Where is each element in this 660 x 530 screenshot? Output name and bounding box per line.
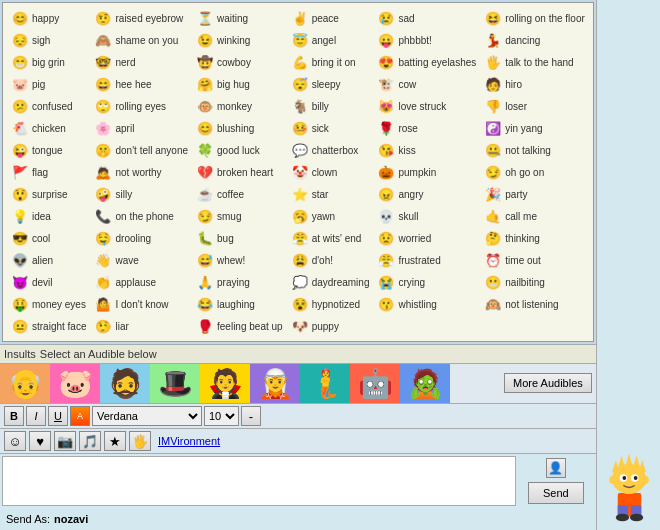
emoji-item[interactable]: 😢 sad [373,7,480,29]
emoji-item[interactable]: 🐐 billy [287,95,374,117]
emoji-item[interactable]: 🤡 clown [287,161,374,183]
message-input[interactable] [3,457,515,505]
emoji-item[interactable]: 😊 happy [7,7,90,29]
emoji-item[interactable]: 🙉 not listening [480,293,589,315]
emoji-item[interactable]: 😄 hee hee [90,73,192,95]
emoji-item[interactable]: 😐 straight face [7,315,90,337]
star-button[interactable]: ★ [104,431,126,451]
emoji-item[interactable]: 😁 big grin [7,51,90,73]
audible-item[interactable]: 🎩 [150,364,200,403]
emoji-item[interactable]: 😏 oh go on [480,161,589,183]
emoji-item[interactable]: 🐮 cow [373,73,480,95]
italic-button[interactable]: I [26,406,46,426]
audible-item[interactable]: 👴 [0,364,50,403]
emoji-item[interactable]: 🤐 not talking [480,139,589,161]
emoji-item[interactable]: 😤 at wits' end [287,227,374,249]
emoji-item[interactable]: 💡 idea [7,205,90,227]
emoji-item[interactable]: 😛 phbbbt! [373,29,480,51]
emoji-item[interactable]: 🤒 sick [287,117,374,139]
emoji-item[interactable]: 😂 laughing [192,293,287,315]
emoji-item[interactable]: 🤓 nerd [90,51,192,73]
emoji-item[interactable]: 🤠 cowboy [192,51,287,73]
emoji-item[interactable]: 🙄 rolling eyes [90,95,192,117]
emoji-item[interactable]: 🤪 silly [90,183,192,205]
bold-button[interactable]: B [4,406,24,426]
audible-item[interactable]: 🤖 [350,364,400,403]
emoji-item[interactable]: 🥊 feeling beat up [192,315,287,337]
heart-button[interactable]: ♥ [29,431,51,451]
emoji-item[interactable]: 🐛 bug [192,227,287,249]
emoji-item[interactable]: 🤫 don't tell anyone [90,139,192,161]
audible-item[interactable]: 🧔 [100,364,150,403]
hand-button[interactable]: 🖐 [129,431,151,451]
emoji-item[interactable]: 🌸 april [90,117,192,139]
emoji-item[interactable]: 💀 skull [373,205,480,227]
emoji-item[interactable]: 💔 broken heart [192,161,287,183]
emoji-item[interactable]: 🎉 party [480,183,589,205]
emoji-item[interactable]: 😏 smug [192,205,287,227]
emoji-item[interactable]: 👽 alien [7,249,90,271]
emoji-item[interactable]: 😈 devil [7,271,90,293]
emoji-item[interactable]: 🤙 call me [480,205,589,227]
emoji-item[interactable]: 💬 chatterbox [287,139,374,161]
emoji-item[interactable]: 🤨 raised eyebrow [90,7,192,29]
smiley-button[interactable]: ☺ [4,431,26,451]
emoji-item[interactable]: 💭 daydreaming [287,271,374,293]
emoji-item[interactable]: 🌹 rose [373,117,480,139]
emoji-item[interactable]: 💪 bring it on [287,51,374,73]
emoji-item[interactable]: 😭 crying [373,271,480,293]
size-select[interactable]: 8 10 12 14 [204,406,239,426]
emoji-item[interactable]: 😇 angel [287,29,374,51]
emoji-item[interactable]: 😆 rolling on the floor [480,7,589,29]
emoji-item[interactable]: 🥱 yawn [287,205,374,227]
emoji-item[interactable]: 🙈 shame on you [90,29,192,51]
emoji-item[interactable]: 🙇 not worthy [90,161,192,183]
emoji-item[interactable]: ☯️ yin yang [480,117,589,139]
audible-item[interactable]: 🧝 [250,364,300,403]
audible-item[interactable]: 🧟 [400,364,450,403]
audible-item[interactable]: 🧜 [300,364,350,403]
emoji-item[interactable]: 😲 surprise [7,183,90,205]
emoji-item[interactable]: ⏳ waiting [192,7,287,29]
emoji-item[interactable]: ⏰ time out [480,249,589,271]
emoji-item[interactable]: 👋 wave [90,249,192,271]
emoji-item[interactable]: 🤥 liar [90,315,192,337]
emoji-item[interactable]: 😅 whew! [192,249,287,271]
emoji-item[interactable]: 😊 blushing [192,117,287,139]
emoji-item[interactable]: 📞 on the phone [90,205,192,227]
color-button[interactable]: A [70,406,90,426]
underline-button[interactable]: U [48,406,68,426]
emoji-item[interactable]: 🖐️ talk to the hand [480,51,589,73]
emoji-item[interactable]: 😘 kiss [373,139,480,161]
emoji-item[interactable]: 😴 sleepy [287,73,374,95]
emoji-item[interactable]: 🤗 big hug [192,73,287,95]
emoji-item[interactable]: 🎃 pumpkin [373,161,480,183]
more-audibles-button[interactable]: More Audibles [504,373,592,393]
emoji-item[interactable]: 😠 angry [373,183,480,205]
font-select[interactable]: Verdana Arial Times New Roman [92,406,202,426]
emoji-item[interactable]: 😗 whistling [373,293,480,315]
emoji-item[interactable]: 🤷 I don't know [90,293,192,315]
emoji-item[interactable]: 😩 d'oh! [287,249,374,271]
send-button[interactable]: Send [528,482,584,504]
emoji-item[interactable]: 😍 batting eyelashes [373,51,480,73]
music-button[interactable]: 🎵 [79,431,101,451]
emoji-item[interactable]: 😻 love struck [373,95,480,117]
emoji-item[interactable]: 👏 applause [90,271,192,293]
emoji-item[interactable]: 😎 cool [7,227,90,249]
emoji-item[interactable]: ⭐ star [287,183,374,205]
camera-button[interactable]: 📷 [54,431,76,451]
emoji-item[interactable]: 🐶 puppy [287,315,374,337]
emoji-item[interactable]: 😉 winking [192,29,287,51]
decrease-size-button[interactable]: - [241,406,261,426]
emoji-item[interactable]: 😔 sigh [7,29,90,51]
emoji-item[interactable]: 😜 tongue [7,139,90,161]
emoji-item[interactable]: 🐔 chicken [7,117,90,139]
person-icon-button[interactable]: 👤 [546,458,566,478]
emoji-item[interactable]: 🧑 hiro [480,73,589,95]
emoji-item[interactable]: 😟 worried [373,227,480,249]
emoji-item[interactable]: 🐵 monkey [192,95,287,117]
emoji-item[interactable]: 😤 frustrated [373,249,480,271]
emoji-item[interactable]: 🤤 drooling [90,227,192,249]
audible-item[interactable]: 🐷 [50,364,100,403]
